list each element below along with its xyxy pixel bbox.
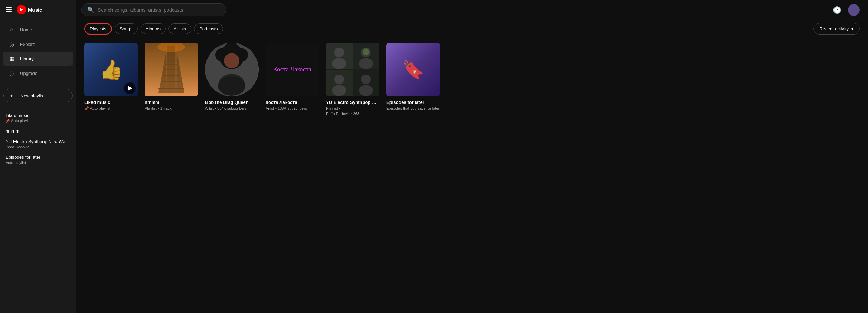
bob-image-svg	[205, 43, 259, 96]
avatar[interactable]	[848, 4, 860, 16]
new-playlist-label: + New playlist	[17, 93, 45, 98]
kosta-text-art: Коста Лакоста	[270, 62, 315, 77]
svg-point-14	[219, 44, 244, 69]
sidebar-playlist-hmmm[interactable]: hmmm	[0, 126, 76, 136]
main-nav: ⌂ Home ◎ Explore ▦ Library ◌ Upgrade	[0, 19, 76, 84]
hmmm-thumbnail	[145, 43, 198, 96]
hamburger-menu-icon[interactable]	[6, 7, 12, 12]
thumbs-up-icon: 👍	[99, 58, 123, 81]
app-title: Music	[28, 7, 42, 13]
svg-point-12	[222, 50, 241, 69]
sidebar-item-home[interactable]: ⌂ Home	[3, 23, 73, 37]
library-icon: ▦	[8, 55, 15, 62]
recent-activity-label: Recent activity	[819, 26, 849, 31]
new-playlist-button[interactable]: ＋ + New playlist	[3, 89, 73, 102]
tab-playlists[interactable]: Playlists	[84, 23, 112, 35]
episodes-later-title: Episodes for later	[6, 155, 70, 160]
recent-activity-button[interactable]: Recent activity ▾	[813, 23, 860, 35]
episodes-thumbnail: 🔖	[386, 43, 440, 96]
yu-electro-card-title: YU Electro Synthpop New Wave	[326, 100, 379, 105]
explore-icon: ◎	[8, 41, 15, 48]
hmmm-title: hmmm	[6, 128, 70, 134]
topbar: 🔍 🕐	[76, 0, 868, 20]
svg-point-29	[334, 75, 344, 84]
liked-music-card-title: Liked music	[84, 100, 138, 105]
explore-label: Explore	[20, 42, 35, 47]
svg-point-10	[157, 43, 185, 52]
sidebar-item-library[interactable]: ▦ Library	[3, 52, 73, 66]
svg-rect-24	[353, 70, 379, 96]
episodes-card-title: Episodes for later	[386, 100, 440, 105]
pin-icon: 📌	[6, 119, 10, 123]
episodes-later-sub: Auto playlist	[6, 160, 70, 165]
tab-podcasts[interactable]: Podcasts	[194, 23, 223, 34]
yu-electro-thumbnail	[326, 43, 379, 96]
svg-point-25	[334, 48, 344, 57]
bob-thumbnail	[205, 43, 259, 96]
tab-albums[interactable]: Albums	[141, 23, 166, 34]
svg-point-33	[363, 48, 369, 55]
filter-tabs-bar: Playlists Songs Albums Artists Podcasts …	[84, 23, 860, 35]
svg-marker-1	[158, 46, 184, 93]
svg-point-30	[332, 85, 346, 96]
sidebar-item-upgrade[interactable]: ◌ Upgrade	[3, 66, 73, 80]
sidebar-playlist-yu-electro[interactable]: YU Electro Synthpop New Wa... Peđa Radov…	[0, 136, 76, 152]
svg-point-17	[224, 43, 239, 57]
plus-icon: ＋	[9, 92, 14, 99]
upgrade-label: Upgrade	[20, 71, 37, 76]
svg-point-27	[361, 48, 371, 57]
svg-rect-20	[326, 43, 379, 96]
svg-point-31	[361, 75, 371, 84]
history-button[interactable]: 🕐	[831, 4, 843, 16]
svg-rect-7	[164, 69, 179, 70]
liked-music-thumbnail: 👍	[84, 43, 138, 96]
svg-rect-3	[175, 46, 177, 93]
svg-rect-23	[326, 70, 353, 96]
kosta-card-sub: Artist • 138K subscribers	[266, 106, 319, 111]
svg-point-28	[359, 58, 373, 69]
search-input[interactable]	[98, 7, 221, 13]
hmmm-image-svg	[145, 43, 198, 96]
svg-point-13	[219, 74, 245, 95]
kosta-card-title: Коста Лакоста	[266, 100, 319, 105]
youtube-logo-icon	[17, 5, 26, 14]
home-label: Home	[20, 27, 32, 32]
yu-electro-sub: Peđa Radović	[6, 145, 70, 149]
sidebar-header: Music	[0, 0, 76, 19]
sidebar: Music ⌂ Home ◎ Explore ▦ Library ◌ Upgra…	[0, 0, 76, 313]
chevron-down-icon: ▾	[851, 26, 854, 31]
card-bob-drag-queen[interactable]: Bob the Drag Queen Artist • 564K subscri…	[205, 43, 259, 117]
card-yu-electro[interactable]: YU Electro Synthpop New Wave Playlist • …	[326, 43, 379, 117]
svg-rect-22	[353, 43, 379, 69]
topbar-right: 🕐	[831, 4, 860, 16]
episodes-card-sub: Episodes that you save for later	[386, 106, 440, 111]
svg-rect-21	[326, 43, 353, 69]
card-liked-music[interactable]: 👍 Liked music 📌 Auto playlist	[84, 43, 138, 117]
tab-artists[interactable]: Artists	[168, 23, 191, 34]
play-button-liked-music[interactable]	[124, 82, 136, 94]
card-hmmm[interactable]: hmmm Playlist • 1 track	[145, 43, 198, 117]
svg-point-19	[218, 76, 245, 96]
sidebar-playlist-episodes-later[interactable]: Episodes for later Auto playlist	[0, 152, 76, 167]
liked-music-card-sub: 📌 Auto playlist	[84, 106, 138, 111]
card-kosta-lakosta[interactable]: Коста Лакоста Коста Лакоста Artist • 138…	[266, 43, 319, 117]
tab-songs[interactable]: Songs	[115, 23, 138, 34]
svg-rect-0	[145, 43, 198, 96]
main-area: 🔍 🕐 Playlists Songs Albums Artists Podca…	[76, 0, 868, 313]
history-icon: 🕐	[833, 6, 841, 14]
yu-electro-title: YU Electro Synthpop New Wa...	[6, 139, 70, 144]
search-bar[interactable]: 🔍	[81, 3, 226, 16]
svg-point-18	[224, 53, 239, 68]
library-label: Library	[20, 56, 34, 61]
svg-rect-5	[161, 81, 182, 82]
app-logo: Music	[17, 5, 42, 14]
svg-rect-8	[165, 64, 177, 65]
card-episodes-later[interactable]: 🔖 Episodes for later Episodes that you s…	[386, 43, 440, 117]
bookmark-icon: 🔖	[402, 59, 424, 80]
home-icon: ⌂	[8, 26, 15, 33]
sidebar-item-explore[interactable]: ◎ Explore	[3, 37, 73, 51]
kosta-thumbnail: Коста Лакоста	[266, 43, 319, 96]
sidebar-playlist-list: Liked music 📌 Auto playlist hmmm YU Elec…	[0, 107, 76, 313]
library-content: Playlists Songs Albums Artists Podcasts …	[76, 20, 868, 313]
sidebar-playlist-liked-music[interactable]: Liked music 📌 Auto playlist	[0, 110, 76, 126]
